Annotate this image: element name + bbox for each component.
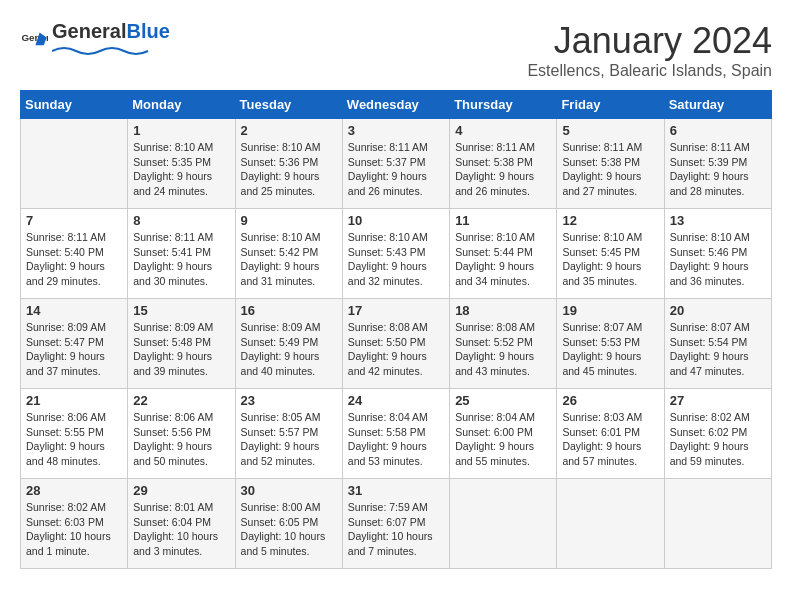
weekday-header-cell: Sunday [21, 91, 128, 119]
calendar-day-cell: 12Sunrise: 8:10 AMSunset: 5:45 PMDayligh… [557, 209, 664, 299]
day-number: 12 [562, 213, 658, 228]
day-number: 10 [348, 213, 444, 228]
calendar-day-cell: 9Sunrise: 8:10 AMSunset: 5:42 PMDaylight… [235, 209, 342, 299]
logo-wave [52, 45, 152, 57]
calendar-week-row: 21Sunrise: 8:06 AMSunset: 5:55 PMDayligh… [21, 389, 772, 479]
calendar-day-cell: 31Sunrise: 7:59 AMSunset: 6:07 PMDayligh… [342, 479, 449, 569]
day-number: 21 [26, 393, 122, 408]
day-info: Sunrise: 8:06 AMSunset: 5:56 PMDaylight:… [133, 410, 229, 469]
day-number: 30 [241, 483, 337, 498]
day-info: Sunrise: 8:04 AMSunset: 5:58 PMDaylight:… [348, 410, 444, 469]
day-number: 26 [562, 393, 658, 408]
calendar-day-cell: 6Sunrise: 8:11 AMSunset: 5:39 PMDaylight… [664, 119, 771, 209]
calendar-day-cell: 7Sunrise: 8:11 AMSunset: 5:40 PMDaylight… [21, 209, 128, 299]
day-number: 16 [241, 303, 337, 318]
day-number: 6 [670, 123, 766, 138]
calendar-day-cell: 3Sunrise: 8:11 AMSunset: 5:37 PMDaylight… [342, 119, 449, 209]
calendar-body: 1Sunrise: 8:10 AMSunset: 5:35 PMDaylight… [21, 119, 772, 569]
calendar-day-cell: 26Sunrise: 8:03 AMSunset: 6:01 PMDayligh… [557, 389, 664, 479]
day-info: Sunrise: 8:11 AMSunset: 5:39 PMDaylight:… [670, 140, 766, 199]
day-info: Sunrise: 8:10 AMSunset: 5:46 PMDaylight:… [670, 230, 766, 289]
day-info: Sunrise: 8:10 AMSunset: 5:44 PMDaylight:… [455, 230, 551, 289]
day-number: 9 [241, 213, 337, 228]
day-info: Sunrise: 7:59 AMSunset: 6:07 PMDaylight:… [348, 500, 444, 559]
day-info: Sunrise: 8:05 AMSunset: 5:57 PMDaylight:… [241, 410, 337, 469]
day-number: 4 [455, 123, 551, 138]
day-number: 5 [562, 123, 658, 138]
calendar-day-cell: 17Sunrise: 8:08 AMSunset: 5:50 PMDayligh… [342, 299, 449, 389]
calendar-day-cell [557, 479, 664, 569]
day-info: Sunrise: 8:09 AMSunset: 5:49 PMDaylight:… [241, 320, 337, 379]
day-number: 8 [133, 213, 229, 228]
weekday-header-row: SundayMondayTuesdayWednesdayThursdayFrid… [21, 91, 772, 119]
calendar-day-cell: 20Sunrise: 8:07 AMSunset: 5:54 PMDayligh… [664, 299, 771, 389]
day-number: 31 [348, 483, 444, 498]
day-number: 1 [133, 123, 229, 138]
day-number: 15 [133, 303, 229, 318]
calendar-day-cell: 13Sunrise: 8:10 AMSunset: 5:46 PMDayligh… [664, 209, 771, 299]
calendar-day-cell: 25Sunrise: 8:04 AMSunset: 6:00 PMDayligh… [450, 389, 557, 479]
day-info: Sunrise: 8:11 AMSunset: 5:38 PMDaylight:… [562, 140, 658, 199]
day-number: 18 [455, 303, 551, 318]
calendar-week-row: 14Sunrise: 8:09 AMSunset: 5:47 PMDayligh… [21, 299, 772, 389]
day-info: Sunrise: 8:10 AMSunset: 5:42 PMDaylight:… [241, 230, 337, 289]
calendar-day-cell: 1Sunrise: 8:10 AMSunset: 5:35 PMDaylight… [128, 119, 235, 209]
calendar-week-row: 1Sunrise: 8:10 AMSunset: 5:35 PMDaylight… [21, 119, 772, 209]
day-info: Sunrise: 8:00 AMSunset: 6:05 PMDaylight:… [241, 500, 337, 559]
calendar-day-cell: 18Sunrise: 8:08 AMSunset: 5:52 PMDayligh… [450, 299, 557, 389]
day-number: 17 [348, 303, 444, 318]
calendar-day-cell [664, 479, 771, 569]
day-info: Sunrise: 8:07 AMSunset: 5:53 PMDaylight:… [562, 320, 658, 379]
calendar-day-cell: 14Sunrise: 8:09 AMSunset: 5:47 PMDayligh… [21, 299, 128, 389]
weekday-header-cell: Thursday [450, 91, 557, 119]
day-number: 3 [348, 123, 444, 138]
day-info: Sunrise: 8:02 AMSunset: 6:03 PMDaylight:… [26, 500, 122, 559]
calendar-day-cell: 10Sunrise: 8:10 AMSunset: 5:43 PMDayligh… [342, 209, 449, 299]
weekday-header-cell: Friday [557, 91, 664, 119]
day-number: 28 [26, 483, 122, 498]
day-number: 7 [26, 213, 122, 228]
day-info: Sunrise: 8:10 AMSunset: 5:36 PMDaylight:… [241, 140, 337, 199]
calendar-day-cell: 29Sunrise: 8:01 AMSunset: 6:04 PMDayligh… [128, 479, 235, 569]
title-block: January 2024 Estellencs, Balearic Island… [527, 20, 772, 80]
weekday-header-cell: Tuesday [235, 91, 342, 119]
day-number: 13 [670, 213, 766, 228]
calendar-day-cell: 8Sunrise: 8:11 AMSunset: 5:41 PMDaylight… [128, 209, 235, 299]
calendar-day-cell: 2Sunrise: 8:10 AMSunset: 5:36 PMDaylight… [235, 119, 342, 209]
calendar-day-cell: 19Sunrise: 8:07 AMSunset: 5:53 PMDayligh… [557, 299, 664, 389]
calendar-week-row: 7Sunrise: 8:11 AMSunset: 5:40 PMDaylight… [21, 209, 772, 299]
day-info: Sunrise: 8:02 AMSunset: 6:02 PMDaylight:… [670, 410, 766, 469]
calendar-day-cell: 24Sunrise: 8:04 AMSunset: 5:58 PMDayligh… [342, 389, 449, 479]
day-info: Sunrise: 8:08 AMSunset: 5:52 PMDaylight:… [455, 320, 551, 379]
logo: General GeneralBlue [20, 20, 170, 61]
day-info: Sunrise: 8:03 AMSunset: 6:01 PMDaylight:… [562, 410, 658, 469]
day-number: 20 [670, 303, 766, 318]
calendar-day-cell: 23Sunrise: 8:05 AMSunset: 5:57 PMDayligh… [235, 389, 342, 479]
weekday-header-cell: Monday [128, 91, 235, 119]
day-number: 11 [455, 213, 551, 228]
day-info: Sunrise: 8:01 AMSunset: 6:04 PMDaylight:… [133, 500, 229, 559]
calendar-day-cell: 5Sunrise: 8:11 AMSunset: 5:38 PMDaylight… [557, 119, 664, 209]
calendar-day-cell [450, 479, 557, 569]
calendar-day-cell: 30Sunrise: 8:00 AMSunset: 6:05 PMDayligh… [235, 479, 342, 569]
day-info: Sunrise: 8:10 AMSunset: 5:43 PMDaylight:… [348, 230, 444, 289]
day-info: Sunrise: 8:11 AMSunset: 5:40 PMDaylight:… [26, 230, 122, 289]
logo-blue-text: Blue [126, 20, 169, 43]
calendar-day-cell: 21Sunrise: 8:06 AMSunset: 5:55 PMDayligh… [21, 389, 128, 479]
calendar-day-cell: 4Sunrise: 8:11 AMSunset: 5:38 PMDaylight… [450, 119, 557, 209]
calendar-day-cell: 11Sunrise: 8:10 AMSunset: 5:44 PMDayligh… [450, 209, 557, 299]
day-info: Sunrise: 8:09 AMSunset: 5:48 PMDaylight:… [133, 320, 229, 379]
day-info: Sunrise: 8:11 AMSunset: 5:41 PMDaylight:… [133, 230, 229, 289]
weekday-header-cell: Saturday [664, 91, 771, 119]
day-number: 25 [455, 393, 551, 408]
day-info: Sunrise: 8:11 AMSunset: 5:37 PMDaylight:… [348, 140, 444, 199]
day-number: 2 [241, 123, 337, 138]
day-number: 29 [133, 483, 229, 498]
logo-general-text: General [52, 20, 126, 43]
day-info: Sunrise: 8:04 AMSunset: 6:00 PMDaylight:… [455, 410, 551, 469]
calendar-day-cell [21, 119, 128, 209]
calendar-table: SundayMondayTuesdayWednesdayThursdayFrid… [20, 90, 772, 569]
page-header: General GeneralBlue January 2024 Estelle… [20, 20, 772, 80]
weekday-header-cell: Wednesday [342, 91, 449, 119]
month-title: January 2024 [527, 20, 772, 62]
